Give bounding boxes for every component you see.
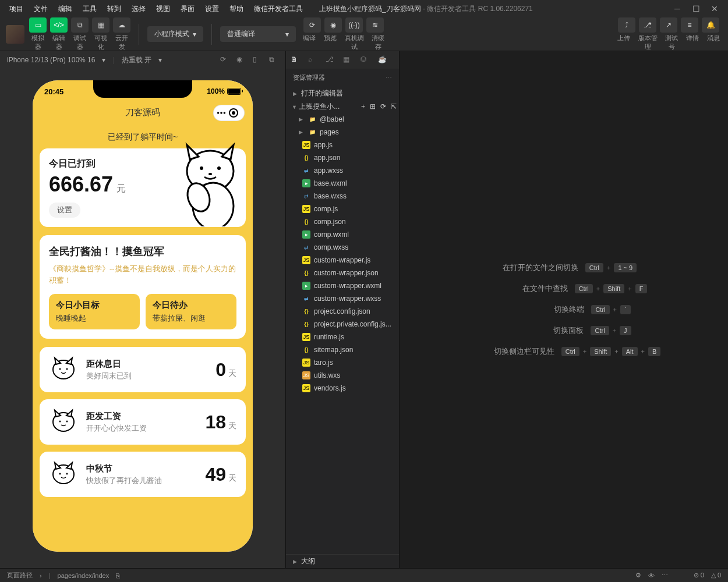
menu-item[interactable]: 帮助 (225, 2, 248, 16)
menu-item[interactable]: 编辑 (54, 2, 77, 16)
file-item[interactable]: {}custom-wrapper.json (286, 267, 399, 279)
close-target-icon (229, 108, 238, 118)
file-item[interactable]: JScustom-wrapper.js (286, 254, 399, 267)
upload-button[interactable]: ⤴ (618, 17, 635, 33)
device-icon[interactable]: ▯ (253, 55, 262, 65)
file-name: base.wxss (314, 192, 347, 200)
file-item[interactable]: {}app.json (286, 151, 399, 164)
file-item[interactable]: {}project.private.config.js... (286, 318, 399, 331)
warning-count[interactable]: △ 0 (711, 572, 721, 579)
more-icon[interactable]: ⋯ (386, 74, 392, 81)
cards-container: 今日已打到 666.67 元 设置 (33, 148, 253, 497)
refresh-icon[interactable]: ⟳ (220, 55, 229, 65)
file-item[interactable]: ⇄base.wxss (286, 190, 399, 203)
hotreload-toggle[interactable]: 热重载 开 (122, 55, 151, 65)
page-path[interactable]: pages/index/index (58, 572, 109, 579)
gear-icon[interactable]: ⚙ (635, 572, 641, 579)
file-item[interactable]: JScomp.js (286, 203, 399, 215)
mode-dropdown[interactable]: 小程序模式 ▾ (147, 26, 203, 42)
goal-box[interactable]: 今日待办带薪拉屎、闲逛 (146, 294, 236, 329)
copy-icon[interactable]: ⎘ (116, 572, 120, 579)
folder-item[interactable]: ▶📁pages (286, 126, 399, 139)
collapse-icon[interactable]: ⇱ (391, 102, 397, 111)
menu-item[interactable]: 微信开发者工具 (249, 2, 308, 16)
menu-item[interactable]: 文件 (29, 2, 52, 16)
file-item[interactable]: JSutils.wxs (286, 369, 399, 382)
minimize-button[interactable]: ─ (673, 5, 681, 13)
activity-bar: 🗎 ⌕ ⎇ ▦ ⛁ ☕ (286, 51, 399, 69)
file-item[interactable]: ▸comp.wxml (286, 228, 399, 241)
notify-button[interactable]: 🔔 (702, 17, 719, 33)
wxml-file-icon: ▸ (302, 282, 310, 290)
error-count[interactable]: ⊘ 0 (694, 572, 704, 579)
project-root[interactable]: ▼ 上班摸鱼小... + ⊞ ⟳ ⇱ (286, 100, 399, 113)
new-file-icon[interactable]: + (361, 102, 365, 111)
preview-button[interactable]: ◉ (324, 17, 342, 33)
extensions-icon[interactable]: ▦ (343, 55, 352, 65)
info-card[interactable]: 距发工资开开心心快发工资18天 (40, 399, 246, 445)
menu-item[interactable]: 设置 (200, 2, 224, 16)
visual-toggle[interactable]: ▦ (92, 17, 109, 33)
folder-item[interactable]: ▶📁@babel (286, 113, 399, 126)
file-item[interactable]: ⇄comp.wxss (286, 241, 399, 254)
menu-item[interactable]: 视图 (151, 2, 175, 16)
record-icon[interactable]: ◉ (236, 55, 246, 65)
svg-point-3 (200, 166, 203, 170)
refresh-icon[interactable]: ⟳ (380, 102, 386, 111)
file-item[interactable]: JSruntime.js (286, 331, 399, 343)
file-item[interactable]: {}project.config.json (286, 305, 399, 318)
file-name: comp.js (314, 205, 338, 213)
file-item[interactable]: ⇄app.wxss (286, 164, 399, 177)
files-icon[interactable]: 🗎 (291, 55, 300, 65)
database-icon[interactable]: ⛁ (361, 55, 370, 65)
debugger-toggle[interactable]: ⧉ (71, 17, 89, 33)
phone-notch (93, 80, 192, 98)
details-button[interactable]: ≡ (681, 17, 698, 33)
new-folder-icon[interactable]: ⊞ (370, 102, 376, 111)
file-item[interactable]: JSvendors.js (286, 382, 399, 395)
maximize-button[interactable]: ☐ (692, 5, 700, 13)
shortcut-label: 在文件中查找 (480, 283, 568, 294)
settings-chip[interactable]: 设置 (49, 203, 80, 218)
menu-item[interactable]: 选择 (127, 2, 150, 16)
realdevice-button[interactable]: ((·)) (345, 17, 363, 33)
close-button[interactable]: ✕ (711, 5, 719, 13)
file-item[interactable]: ⇄custom-wrapper.wxss (286, 292, 399, 305)
checkin-card[interactable]: 今日已打到 666.67 元 设置 (40, 148, 246, 227)
simulator-toggle[interactable]: ▭ (29, 17, 47, 33)
version-button[interactable]: ⎇ (639, 17, 656, 33)
menu-item[interactable]: 转到 (103, 2, 126, 16)
open-editors-section[interactable]: ▶打开的编辑器 (286, 87, 399, 100)
cloud-toggle[interactable]: ☁ (113, 17, 130, 33)
file-item[interactable]: JStaro.js (286, 356, 399, 369)
file-item[interactable]: JSapp.js (286, 139, 399, 151)
info-card[interactable]: 距休息日美好周末已到0天 (40, 347, 246, 392)
capsule-button[interactable] (213, 105, 245, 121)
file-item[interactable]: ▸custom-wrapper.wxml (286, 279, 399, 292)
info-card[interactable]: 中秋节快放假了再打会儿酱油49天 (40, 452, 246, 497)
more-icon[interactable]: ⋯ (662, 572, 668, 579)
key: Shift (603, 284, 624, 293)
file-item[interactable]: ▸base.wxml (286, 177, 399, 190)
compile-button[interactable]: ⟳ (303, 17, 321, 33)
testid-button[interactable]: ↗ (660, 17, 677, 33)
file-item[interactable]: {}comp.json (286, 215, 399, 228)
champion-card[interactable]: 全民打酱油！！摸鱼冠军 《商鞅摸鱼哲学》--摸鱼不是自我放纵，而是个人实力的积蓄… (40, 235, 246, 339)
menu-item[interactable]: 工具 (78, 2, 101, 16)
search-icon[interactable]: ⌕ (308, 55, 317, 65)
outline-section[interactable]: ▶大纲 (286, 554, 399, 568)
editor-toggle[interactable]: </> (50, 17, 68, 33)
popout-icon[interactable]: ⧉ (269, 55, 278, 65)
phone-screen[interactable]: 20:45 100% 刀客源码 已经到了躺平时间~ (33, 80, 253, 552)
compile-dropdown[interactable]: 普通编译 ▾ (220, 26, 296, 42)
clearcache-button[interactable]: ≋ (366, 17, 384, 33)
menu-item[interactable]: 界面 (176, 2, 199, 16)
user-avatar[interactable] (6, 25, 24, 44)
goal-box[interactable]: 今日小目标晚睡晚起 (49, 294, 140, 329)
device-selector[interactable]: iPhone 12/13 (Pro) 100% 16 (7, 56, 95, 64)
file-item[interactable]: {}sitemap.json (286, 343, 399, 356)
menu-item[interactable]: 项目 (5, 2, 28, 16)
eye-icon[interactable]: 👁 (648, 572, 655, 579)
terminal-icon[interactable]: ☕ (378, 55, 387, 65)
git-icon[interactable]: ⎇ (326, 55, 335, 65)
